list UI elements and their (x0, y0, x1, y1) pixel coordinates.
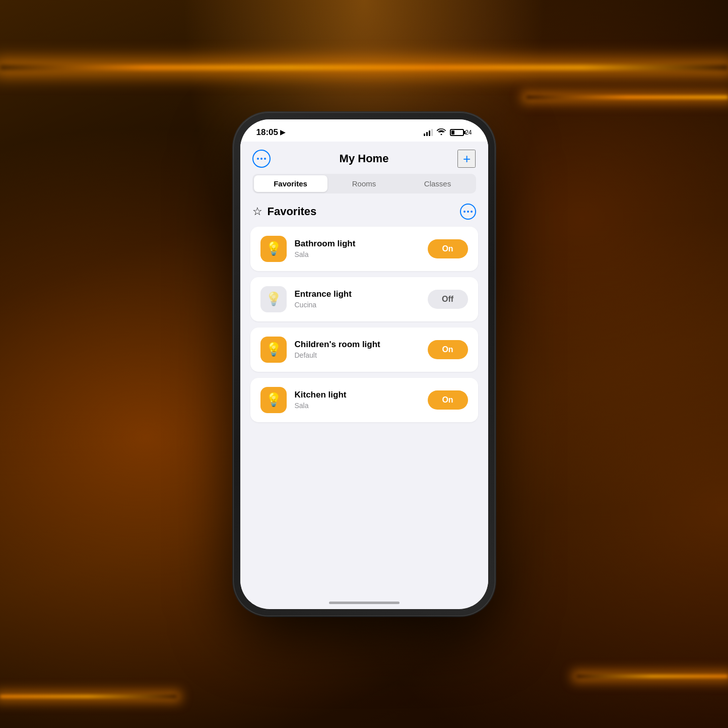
ceiling-light-strip-right (526, 96, 728, 99)
section-menu-button[interactable] (460, 204, 476, 220)
devices-list: 💡 Bathroom light Sala On 💡 (240, 227, 488, 427)
toggle-kitchen[interactable]: On (428, 390, 468, 410)
status-time: 18:05 ▶ (256, 127, 285, 138)
device-icon-bathroom: 💡 (260, 236, 287, 262)
device-name-childrens: Children's room light (295, 340, 420, 350)
tab-favorites[interactable]: Favorites (254, 175, 327, 192)
location-icon: ▶ (280, 128, 285, 136)
floor-light-strip-left (0, 695, 176, 698)
device-icon-kitchen: 💡 (260, 387, 287, 413)
battery-percent: 24 (465, 129, 472, 136)
battery-fill (451, 130, 454, 135)
add-button[interactable]: + (457, 150, 476, 168)
app-content: My Home + Favorites Rooms Classes (240, 142, 488, 606)
star-icon: ☆ (252, 205, 262, 218)
device-info-bathroom: Bathroom light Sala (295, 239, 420, 258)
device-name-kitchen: Kitchen light (295, 390, 420, 400)
tab-rooms[interactable]: Rooms (327, 175, 401, 192)
device-card-kitchen-light[interactable]: 💡 Kitchen light Sala On (250, 378, 478, 422)
device-room-childrens: Default (295, 351, 420, 359)
device-room-entrance: Cucina (295, 301, 420, 309)
time-display: 18:05 (256, 127, 278, 138)
bulb-icon-bathroom: 💡 (266, 241, 282, 256)
device-icon-childrens: 💡 (260, 337, 287, 363)
floor-light-strip-right (577, 675, 728, 678)
device-card-childrens-light[interactable]: 💡 Children's room light Default On (250, 327, 478, 372)
signal-bar-4 (431, 129, 433, 136)
device-room-bathroom: Sala (295, 250, 420, 258)
device-card-entrance-light[interactable]: 💡 Entrance light Cucina Off (250, 277, 478, 321)
tab-classes[interactable]: Classes (401, 175, 475, 192)
dots-menu-icon (257, 158, 266, 160)
bulb-icon-entrance: 💡 (266, 291, 282, 307)
phone-screen: 18:05 ▶ (240, 119, 488, 609)
signal-bars-icon (424, 129, 433, 136)
ceiling-light-strip-top (0, 65, 728, 70)
signal-bar-3 (429, 130, 430, 136)
bulb-icon-childrens: 💡 (266, 342, 282, 357)
device-info-entrance: Entrance light Cucina (295, 289, 420, 308)
toggle-bathroom[interactable]: On (428, 239, 468, 258)
favorites-title: Favorites (268, 205, 317, 218)
status-bar: 18:05 ▶ (240, 119, 488, 142)
phone: 18:05 ▶ (233, 112, 495, 616)
favorites-section-header: ☆ Favorites (240, 204, 488, 227)
bulb-icon-kitchen: 💡 (266, 392, 282, 408)
section-dots-icon (464, 211, 473, 213)
app-header: My Home + (240, 142, 488, 174)
section-title-group: ☆ Favorites (252, 205, 317, 218)
device-info-kitchen: Kitchen light Sala (295, 390, 420, 409)
toggle-childrens[interactable]: On (428, 340, 468, 359)
device-room-kitchen: Sala (295, 402, 420, 410)
status-icons: 24 (424, 128, 472, 137)
toggle-entrance[interactable]: Off (428, 290, 468, 309)
tab-bar: Favorites Rooms Classes (252, 174, 476, 193)
page-title: My Home (340, 152, 389, 165)
device-icon-entrance: 💡 (260, 286, 287, 312)
device-name-entrance: Entrance light (295, 289, 420, 299)
signal-bar-2 (426, 132, 428, 136)
device-info-childrens: Children's room light Default (295, 340, 420, 359)
battery-indicator: 24 (450, 129, 472, 136)
home-indicator (329, 602, 400, 604)
device-name-bathroom: Bathroom light (295, 239, 420, 249)
device-card-bathroom-light[interactable]: 💡 Bathroom light Sala On (250, 227, 478, 271)
battery-icon (450, 129, 464, 136)
phone-frame: 18:05 ▶ (233, 112, 495, 616)
signal-bar-1 (424, 134, 425, 136)
menu-button[interactable] (252, 150, 271, 168)
wifi-icon (437, 128, 446, 137)
